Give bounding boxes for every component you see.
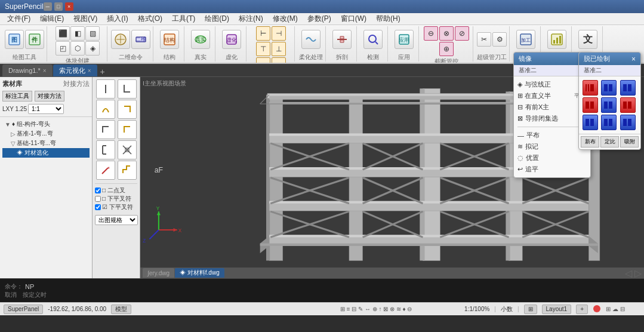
model-mode-button[interactable]: 模型 [111,305,131,314]
ribbon-struct1[interactable]: 结构 [160,30,179,49]
swatch-blue2[interactable] [620,80,636,96]
ribbon-dim3[interactable]: ⊤ [256,42,270,56]
menu-draw[interactable]: 绘图(D) [200,13,234,25]
mirror-option-5[interactable]: — 平布 [517,130,587,141]
ribbon-text1[interactable]: 文 [578,30,597,49]
ribbon-block1[interactable]: ⬛ [56,26,70,41]
tree-item-3[interactable]: ▽ 基础-11-弯...弯 [2,139,90,148]
ribbon-mach1[interactable]: 加工 [516,30,535,49]
tool-vline[interactable] [96,79,115,99]
ribbon-block5[interactable]: ⬡ [70,41,85,56]
ribbon-2d2[interactable]: 二维 [131,30,150,49]
viewport-tab-2[interactable]: ◈ 对材料f.dwg [175,268,224,278]
tool-corner1[interactable] [96,120,115,139]
ribbon-2d1[interactable] [111,30,130,49]
ribbon-dim4[interactable]: ⊥ [272,42,286,56]
menu-dim[interactable]: 标注(N) [234,13,268,25]
tool-s2[interactable] [118,100,137,119]
tool-pencil[interactable] [96,161,115,180]
ribbon-detect1[interactable] [363,30,383,49]
tab-soyuan-close[interactable]: × [88,67,91,74]
checkbox-option1[interactable]: □ 二点叉 [95,186,137,195]
tab-soyuan[interactable]: 索元视化 × [53,64,97,76]
mirror-option-3[interactable]: ⊟ 有前X主 [517,102,587,113]
ribbon-sp1[interactable]: ✂ [477,32,491,47]
checkbox-input2[interactable] [95,196,101,202]
ribbon-sp2[interactable]: ⚙ [492,32,507,47]
menu-view[interactable]: 视图(V) [69,13,102,25]
tab-add-button[interactable]: + [98,67,107,76]
viewport-tab-1[interactable]: ∫ery.dwg [143,268,174,278]
ribbon-dim1[interactable]: ⊢ [256,26,270,41]
checkbox-input3[interactable] [95,204,101,210]
checkbox-option3[interactable]: ☑ 下平叉符 [95,203,137,211]
ribbon-real1[interactable]: 真实 [191,30,210,49]
swatch-red2[interactable] [583,97,598,113]
menu-modify[interactable]: 修改(M) [268,13,303,25]
swatch-blue4[interactable] [583,115,598,130]
ribbon-soft1[interactable] [301,30,321,49]
ribbon-draw-icon[interactable]: 图 [5,30,24,49]
ribbon-block4[interactable]: ◰ [56,41,70,56]
menu-param[interactable]: 参数(P) [303,13,336,25]
menu-format[interactable]: 格式(O) [133,13,167,25]
tab-drawing1[interactable]: Drawing1.* × [2,64,53,76]
menu-window[interactable]: 窗口(W) [336,13,371,25]
ribbon-dim2[interactable]: ⊣ [272,26,286,41]
tree-item-2[interactable]: ▷ 基准-1-弯...弯 [2,129,90,139]
swatch-blue5[interactable] [601,115,617,130]
mirror-option-8[interactable]: ↩ 追平 [517,164,587,175]
model-button[interactable]: SuperPanel [4,305,43,314]
ribbon-block2[interactable]: ◧ [70,26,85,41]
layout1-button[interactable]: Layout1 [542,305,572,314]
minimize-button[interactable]: ─ [44,2,52,11]
tool-cross1[interactable] [118,140,137,159]
mirror-option-1[interactable]: ◈ 与弦线正 [517,79,587,90]
swatch-red1[interactable] [583,80,598,96]
tool-step[interactable] [118,161,137,180]
swatch-blue3[interactable] [601,97,617,113]
menu-file[interactable]: 文件(F) [2,13,35,25]
output-spec-select[interactable]: 出图规格 A3 A4 [95,215,138,225]
maximize-button[interactable]: □ [54,2,63,11]
tool-corner2[interactable] [118,120,137,139]
mirror-option-4[interactable]: ⊠ 导排闭集选 [517,113,587,124]
checkbox-option2[interactable]: □ 下平叉符 [95,195,137,203]
menu-edit[interactable]: 编辑(E) [35,13,69,25]
tab-drawing1-close[interactable]: × [43,67,47,74]
ribbon-dim5[interactable]: ↔ [256,57,270,64]
ribbon-pipe2[interactable]: ⊗ [439,26,454,41]
tool-bracket1[interactable] [96,140,115,159]
mirror-option-7[interactable]: ◌ 优置 [517,152,587,164]
ribbon-block3[interactable]: ▨ [85,26,100,41]
ribbon-block6[interactable]: ◈ [85,41,100,56]
tree-item-1[interactable]: ▼ ♦ 组-构件-弯头 [2,119,90,129]
menu-tools[interactable]: 工具(T) [167,13,200,25]
mirror-option-6[interactable]: ≋ 拟记 [517,141,587,152]
ribbon-pipe4[interactable]: ⊕ [439,42,454,56]
swatch-blue1[interactable] [601,80,617,96]
ribbon-apply1[interactable]: 应用 [395,30,414,49]
checkbox-input1[interactable] [95,187,101,193]
newbu-button[interactable]: 新布 [581,136,599,147]
panel-mode-btn2[interactable]: 对接方法 [35,91,64,102]
material-popup-close[interactable]: × [631,55,636,63]
mirror-option-2[interactable]: ⊞在直义半 平 半 [517,90,587,102]
xifu-button[interactable]: 吸附 [620,136,639,147]
ribbon-stats1[interactable] [547,30,566,49]
ribbon-blur1[interactable]: 虚化 [222,30,241,49]
ribbon-split1[interactable] [332,30,352,49]
ribbon-template-icon[interactable]: 件 [25,30,44,49]
close-button[interactable]: × [65,2,73,11]
swatch-blue6[interactable] [620,115,636,130]
size-select[interactable]: 1:1 1.25 1:2 [28,104,64,114]
menu-insert[interactable]: 插入(I) [102,13,133,25]
viewport-scroll[interactable]: ◁ ▷ [625,268,642,279]
model-tab-button[interactable]: ⊞ [524,305,537,314]
tool-l1[interactable] [118,79,137,99]
ribbon-dim6[interactable]: ↕ [272,57,286,64]
layout-add-button[interactable]: + [576,305,588,314]
ribbon-pipe3[interactable]: ⊘ [455,26,469,41]
ribbon-pipe1[interactable]: ⊖ [424,26,438,41]
panel-mode-btn1[interactable]: 标注工具 [2,91,32,102]
